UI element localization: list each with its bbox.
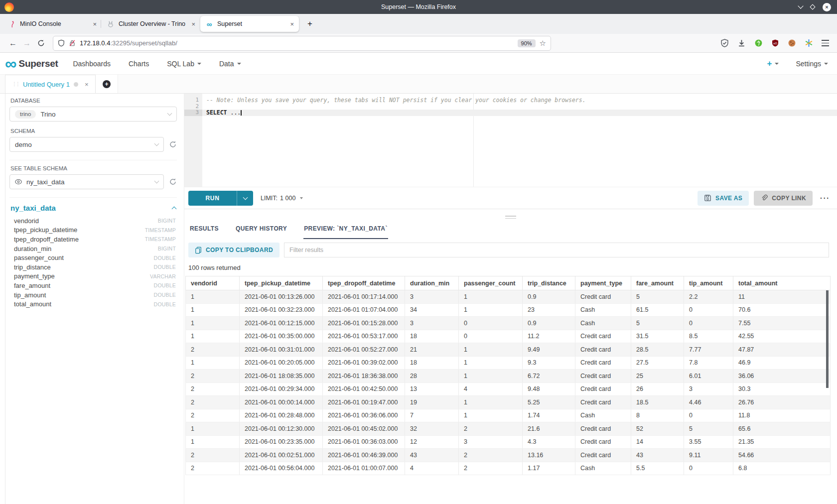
- database-select[interactable]: trino Trino: [9, 107, 177, 122]
- browser-tab[interactable]: MinIO Console×: [3, 16, 102, 32]
- nav-item-dashboards[interactable]: Dashboards: [73, 60, 111, 68]
- window-menu-chevron-icon[interactable]: [798, 3, 803, 8]
- table-row: 12021-06-01 00:20:05.0002021-06-01 00:39…: [186, 356, 831, 370]
- results-tab-preview[interactable]: PREVIEW: `NY_TAXI_DATA`: [303, 225, 388, 239]
- back-button[interactable]: ←: [6, 36, 20, 50]
- superset-logo[interactable]: ∞ Superset: [5, 58, 58, 70]
- cell: Credit card: [575, 343, 631, 357]
- cell: 4.46: [684, 396, 733, 409]
- cell: Credit card: [575, 290, 631, 304]
- query-tab[interactable]: ⋮⋮ Untitled Query 1 ×: [5, 75, 96, 93]
- editor-line[interactable]: 3SELECT ...: [184, 110, 837, 116]
- browser-tab[interactable]: ∞Superset×: [200, 16, 299, 32]
- sql-editor[interactable]: 1-- Note: Unless you save your query, th…: [184, 94, 837, 187]
- refresh-schema-icon[interactable]: [169, 140, 177, 148]
- privacy-extension-icon[interactable]: [754, 39, 763, 47]
- insecure-lock-icon[interactable]: [69, 39, 76, 47]
- cell: 18.5: [631, 396, 684, 409]
- cell: 0: [459, 330, 523, 343]
- column-name: duration_min: [14, 245, 51, 252]
- table-scrollbar-thumb[interactable]: [826, 290, 829, 388]
- column-header[interactable]: trip_distance: [523, 276, 575, 290]
- forward-button[interactable]: →: [20, 36, 34, 50]
- copy-to-clipboard-button[interactable]: COPY TO CLIPBOARD: [188, 243, 279, 257]
- cell: 12: [405, 435, 459, 449]
- editor-line[interactable]: 1-- Note: Unless you save your query, th…: [184, 97, 837, 104]
- editor-line[interactable]: 2: [184, 104, 837, 110]
- limit-dropdown[interactable]: LIMIT: 1 000: [261, 195, 303, 202]
- cell: 9.3: [523, 356, 575, 370]
- results-tab-query-history[interactable]: QUERY HISTORY: [235, 225, 287, 239]
- cell: 5: [631, 290, 684, 304]
- more-options-button[interactable]: ···: [820, 194, 830, 202]
- column-header[interactable]: tpep_pickup_datetime: [240, 276, 323, 290]
- add-query-tab-button[interactable]: +: [96, 75, 118, 93]
- column-header[interactable]: passenger_count: [459, 276, 523, 290]
- line-number: 3: [184, 110, 202, 116]
- column-header[interactable]: tpep_dropoff_datetime: [323, 276, 405, 290]
- nav-item-charts[interactable]: Charts: [129, 60, 149, 68]
- cell: 2.2: [684, 290, 733, 304]
- window-restore-icon[interactable]: [810, 4, 815, 9]
- column-header[interactable]: payment_type: [575, 276, 631, 290]
- downloads-icon[interactable]: [737, 39, 746, 47]
- cell: Credit card: [575, 356, 631, 370]
- window-close-icon[interactable]: ×: [823, 3, 831, 11]
- results-tab-results[interactable]: RESULTS: [189, 225, 219, 239]
- close-query-tab-icon[interactable]: ×: [85, 81, 89, 88]
- table-select[interactable]: ny_taxi_data: [9, 174, 164, 189]
- settings-menu[interactable]: Settings: [796, 60, 828, 68]
- copy-link-button[interactable]: COPY LINK: [754, 191, 813, 206]
- browser-tab[interactable]: Cluster Overview - Trino×: [102, 16, 200, 32]
- cell: 9.48: [523, 382, 575, 396]
- table-value: ny_taxi_data: [26, 178, 65, 186]
- line-number: 1: [184, 97, 202, 104]
- cell: 0: [684, 462, 733, 475]
- cell: 5.25: [523, 396, 575, 409]
- colorful-extension-icon[interactable]: [805, 39, 813, 47]
- filter-results-input[interactable]: [284, 243, 829, 257]
- url-bar[interactable]: 172.18.0.4:32295/superset/sqllab/ 90% ☆: [53, 36, 551, 51]
- nav-item-data[interactable]: Data: [219, 60, 241, 68]
- run-options-button[interactable]: [237, 191, 253, 206]
- reload-button[interactable]: [34, 36, 48, 50]
- pocket-shield-icon[interactable]: [720, 39, 729, 47]
- column-header[interactable]: vendorid: [186, 276, 240, 290]
- refresh-table-icon[interactable]: [169, 178, 177, 186]
- chevron-up-icon[interactable]: [172, 207, 177, 212]
- cell: 2: [186, 370, 240, 383]
- cell: 2: [459, 449, 523, 462]
- cell: 2021-06-01 18:08:35.000: [240, 370, 323, 383]
- save-as-button[interactable]: SAVE AS: [698, 191, 749, 206]
- column-header[interactable]: fare_amount: [631, 276, 684, 290]
- cell: 4.3: [523, 435, 575, 449]
- zoom-level-badge[interactable]: 90%: [518, 39, 536, 47]
- cell: 2021-06-01 00:39:02.000: [323, 356, 405, 370]
- pane-resize-handle[interactable]: [184, 209, 837, 225]
- cell: 2021-06-01 18:36:38.000: [323, 370, 405, 383]
- cookie-extension-icon[interactable]: [788, 39, 796, 47]
- drag-handle-icon[interactable]: ⋮⋮: [12, 82, 19, 87]
- schema-select[interactable]: demo: [9, 137, 164, 152]
- nav-item-sql-lab[interactable]: SQL Lab: [167, 60, 201, 68]
- brand-name: Superset: [19, 58, 58, 69]
- sql-keyword: SELECT: [206, 109, 227, 116]
- ublock-icon[interactable]: uO: [771, 39, 779, 47]
- table-schema-header[interactable]: ny_taxi_data: [9, 204, 177, 212]
- superset-infinity-icon: ∞: [5, 58, 15, 70]
- menu-hamburger-icon[interactable]: [822, 40, 829, 46]
- browser-new-tab-button[interactable]: +: [303, 17, 317, 31]
- cell: 8.5: [684, 330, 733, 343]
- column-header[interactable]: duration_min: [405, 276, 459, 290]
- chevron-down-icon: [197, 63, 201, 65]
- close-tab-icon[interactable]: ×: [93, 20, 97, 28]
- close-tab-icon[interactable]: ×: [290, 20, 294, 28]
- close-tab-icon[interactable]: ×: [191, 20, 195, 28]
- column-header[interactable]: tip_amount: [684, 276, 733, 290]
- tracking-shield-icon[interactable]: [58, 39, 65, 47]
- bookmark-star-icon[interactable]: ☆: [540, 39, 546, 48]
- cell: 11.2: [523, 330, 575, 343]
- run-button[interactable]: RUN: [188, 191, 237, 206]
- column-header[interactable]: total_amount: [733, 276, 831, 290]
- new-item-button[interactable]: +: [767, 59, 779, 69]
